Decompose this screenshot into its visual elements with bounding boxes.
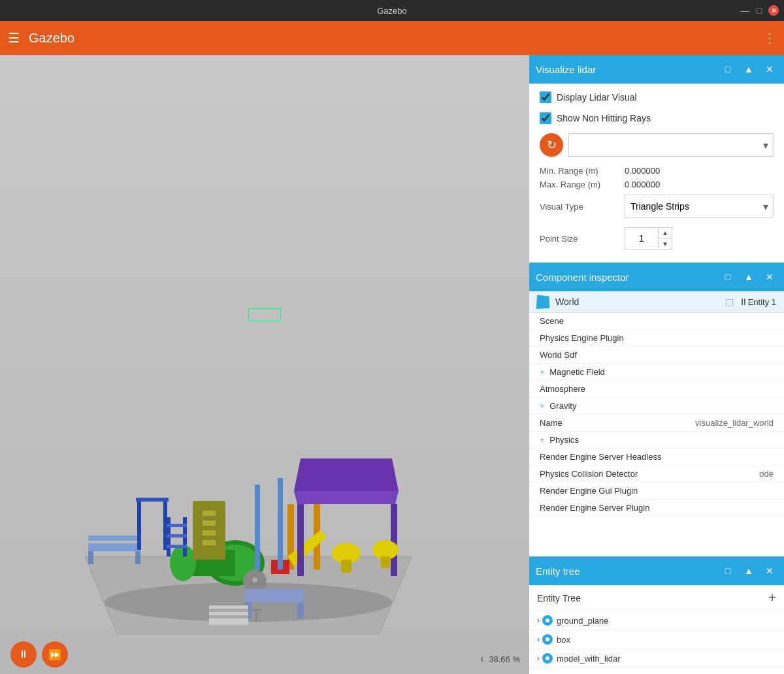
spinner-up-button[interactable]: ▲ [659, 228, 672, 238]
point-size-input[interactable] [625, 228, 658, 249]
entity-expand-icon-box: › [537, 635, 540, 644]
entity-tree-header: Entity tree □ ▲ ✕ [529, 556, 784, 585]
component-up-btn[interactable]: ▲ [741, 269, 757, 285]
entity-row-ground-plane[interactable]: › ground_plane [529, 611, 784, 630]
point-size-row: Point Size ▲ ▼ [540, 227, 774, 249]
component-inspector-section: Component inspector □ ▲ ✕ World ⬚ ⏸ Enti… [529, 263, 784, 556]
svg-rect-44 [209, 615, 248, 618]
topic-dropdown[interactable] [568, 133, 774, 157]
zoom-level: 38.66 % [489, 654, 520, 664]
component-close-btn[interactable]: ✕ [762, 269, 777, 285]
visual-type-select[interactable]: Triangle Strips Points Lines [625, 195, 774, 218]
tree-item-render-server-headless[interactable]: Render Engine Server Headless [529, 449, 784, 466]
lidar-panel-close-btn[interactable]: ✕ [762, 61, 777, 77]
tree-item-world-sdf[interactable]: World Sdf [529, 347, 784, 364]
show-non-hitting-label: Show Non Hitting Rays [557, 113, 651, 123]
svg-rect-3 [88, 551, 93, 564]
minimize-button[interactable]: — [740, 5, 750, 16]
entity-tree-title: Entity tree [536, 566, 715, 577]
copy-icon: ⬚ [725, 297, 734, 307]
close-button[interactable]: ✕ [768, 5, 779, 16]
component-inspector-header: Component inspector □ ▲ ✕ [529, 263, 784, 291]
tree-item-name-label: Name [540, 418, 563, 428]
display-lidar-checkbox[interactable] [540, 91, 551, 103]
svg-rect-8 [136, 498, 169, 502]
svg-rect-31 [278, 478, 283, 570]
point-size-label: Point Size [540, 234, 625, 244]
component-square-btn[interactable]: □ [720, 269, 736, 285]
refresh-button[interactable]: ↻ [540, 133, 563, 157]
svg-marker-16 [294, 458, 399, 491]
entity-tree-square-btn[interactable]: □ [720, 563, 736, 579]
tree-item-render-gui[interactable]: Render Engine Gui Plugin [529, 483, 784, 500]
svg-rect-27 [203, 521, 216, 526]
entity-tree-up-btn[interactable]: ▲ [741, 563, 757, 579]
tree-item-render-server[interactable]: Render Engine Server Plugin [529, 500, 784, 517]
entity-dot-icon-box [542, 634, 553, 645]
world-row[interactable]: World ⬚ ⏸ Entity 1 [529, 291, 784, 313]
entity-tree-close-btn[interactable]: ✕ [762, 563, 777, 579]
entity-tree-add-button[interactable]: + [768, 590, 776, 605]
tree-item-physics[interactable]: + Physics [529, 432, 784, 449]
lidar-panel-title: Visualize lidar [536, 64, 715, 75]
tree-item-magnetic-field[interactable]: + Magnetic Field [529, 364, 784, 381]
titlebar-title: Gazebo [377, 6, 407, 16]
menu-icon[interactable]: ☰ [8, 30, 20, 46]
pause-small-icon: ⏸ [739, 297, 748, 307]
svg-rect-36 [167, 545, 187, 548]
world-cube-icon [536, 295, 550, 309]
svg-rect-6 [137, 498, 141, 550]
svg-rect-19 [391, 504, 397, 576]
spinner-arrows: ▲ ▼ [658, 228, 672, 249]
svg-rect-46 [251, 609, 261, 611]
viewport[interactable]: ‹ 38.66 % ⏸ ⏩ [0, 55, 529, 674]
entity-expand-icon: › [537, 616, 540, 625]
lidar-box [248, 308, 281, 321]
tree-item-name-value: visualize_lidar_world [695, 418, 774, 428]
entity-dot-icon-lidar [542, 653, 553, 664]
visual-type-label: Visual Type [540, 202, 625, 212]
svg-rect-43 [209, 609, 248, 612]
world-label: World [555, 297, 725, 307]
collapse-arrow[interactable]: ‹ [480, 653, 483, 665]
entity-tree-header-row: Entity Tree + [529, 585, 784, 611]
entity-label-box: box [557, 635, 570, 645]
tree-item-gravity[interactable]: + Gravity [529, 398, 784, 415]
lidar-panel-up-btn[interactable]: ▲ [741, 61, 757, 77]
svg-rect-18 [297, 504, 304, 576]
lidar-panel-square-btn[interactable]: □ [720, 61, 736, 77]
svg-rect-35 [167, 534, 187, 538]
tree-item-name[interactable]: Name visualize_lidar_world [529, 415, 784, 432]
playback-controls: ⏸ ⏩ [10, 641, 68, 667]
svg-rect-2 [88, 543, 140, 551]
maximize-button[interactable]: □ [754, 5, 764, 16]
tree-item-atmosphere[interactable]: Atmosphere [529, 381, 784, 398]
scene-canvas: ‹ 38.66 % ⏸ ⏩ [0, 55, 529, 674]
min-range-row: Min. Range (m) 0.000000 [540, 166, 774, 176]
svg-rect-28 [203, 530, 216, 536]
titlebar: Gazebo — □ ✕ [0, 0, 784, 21]
show-non-hitting-row: Show Non Hitting Rays [540, 112, 774, 124]
forward-button[interactable]: ⏩ [42, 641, 68, 667]
visual-type-dropdown-wrapper: Triangle Strips Points Lines ▾ [625, 195, 774, 218]
main-layout: ‹ 38.66 % ⏸ ⏩ Visualize lidar □ ▲ ✕ [0, 55, 784, 674]
svg-rect-5 [88, 536, 140, 541]
viewport-zoom: ‹ 38.66 % [480, 653, 520, 665]
svg-marker-17 [294, 491, 399, 504]
more-icon[interactable]: ⋮ [763, 30, 776, 46]
display-lidar-label: Display Lidar Visual [557, 92, 637, 103]
component-content: World ⬚ ⏸ Entity 1 Scene Physics Engine … [529, 291, 784, 556]
spinner-down-button[interactable]: ▼ [659, 238, 672, 249]
entity-tree-content: Entity Tree + › ground_plane › box › mod… [529, 585, 784, 674]
tree-item-physics-collision[interactable]: Physics Collision Detector ode [529, 466, 784, 483]
entity-row-model-lidar[interactable]: › model_with_lidar [529, 649, 784, 668]
entity-row-box[interactable]: › box [529, 630, 784, 649]
lidar-panel-content: Display Lidar Visual Show Non Hitting Ra… [529, 84, 784, 263]
lidar-panel-header: Visualize lidar □ ▲ ✕ [529, 55, 784, 84]
svg-rect-23 [381, 556, 390, 568]
pause-button[interactable]: ⏸ [10, 641, 37, 667]
tree-item-scene[interactable]: Scene [529, 313, 784, 330]
tree-item-physics-engine[interactable]: Physics Engine Plugin [529, 330, 784, 347]
show-non-hitting-checkbox[interactable] [540, 112, 551, 124]
svg-rect-29 [203, 540, 216, 545]
